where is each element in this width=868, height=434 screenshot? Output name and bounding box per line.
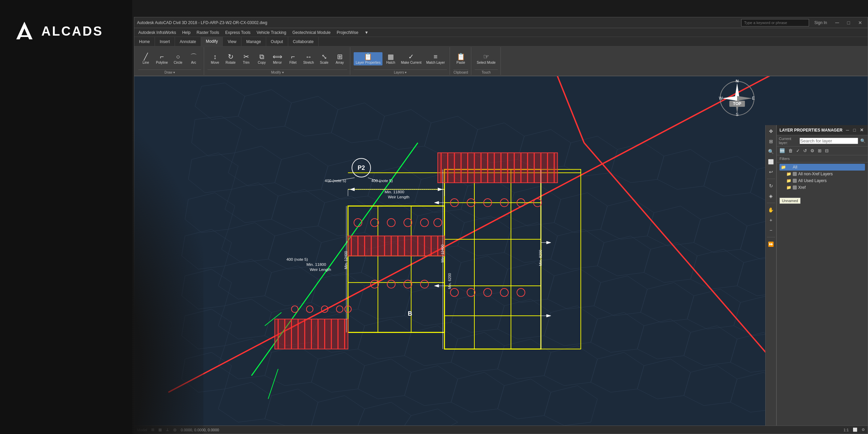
layer-search-input[interactable] [800, 138, 858, 144]
menu-express[interactable]: Express Tools [222, 29, 253, 36]
status-model[interactable]: Model [137, 428, 147, 432]
title-bar: Autodesk AutoCAD Civil 3D 2018 - LFD-ARP… [134, 17, 868, 28]
tool-zoom-realtime[interactable]: 🔍 [766, 147, 776, 156]
layer-panel-minimize[interactable]: ─ [845, 127, 850, 133]
svg-rect-124 [438, 153, 557, 183]
layer-search-button[interactable]: 🔍 [860, 138, 866, 143]
layer-panel-toolbar: 🆕 🗑 ✓ ↺ ⚙ ⊞ ⊟ [777, 146, 868, 155]
fillet-button[interactable]: ⌐Fillet [285, 52, 300, 65]
tab-annotate[interactable]: Annotate [175, 37, 201, 46]
expand-btn[interactable]: ⊞ [816, 147, 823, 154]
trim-button[interactable]: ✂Trim [239, 52, 254, 65]
close-button[interactable]: ✕ [855, 20, 865, 25]
match-layer-button[interactable]: ≡Match Layer [424, 52, 447, 65]
ribbon-group-modify: ↕Move ↻Rotate ✂Trim ⧉Copy ⟺Mirror ⌐Fille… [205, 47, 350, 75]
status-viewport[interactable]: ⬜ [853, 428, 857, 432]
sign-in-label[interactable]: Sign In [812, 20, 830, 25]
menu-vehicle[interactable]: Vehicle Tracking [254, 29, 289, 36]
layer-color-dot-3 [793, 179, 797, 183]
svg-text:B: B [408, 310, 412, 317]
circle-button[interactable]: ○Circle [171, 52, 185, 65]
status-workspace[interactable]: ⚙ [862, 428, 865, 432]
logo: ALCADS [14, 20, 103, 42]
make-current-button[interactable]: ✓Make Current [399, 52, 423, 65]
menu-bar: Autodesk InfraWorks Help Raster Tools Ex… [134, 28, 868, 37]
polyline-button[interactable]: ⌐Polyline [154, 52, 170, 65]
layer-item-xref[interactable]: 📁 Xref [780, 184, 865, 191]
svg-text:Weir Length: Weir Length [310, 267, 331, 272]
arc-button[interactable]: ⌒Arc [186, 52, 201, 65]
delete-layer-btn[interactable]: 🗑 [787, 147, 794, 154]
layer-properties-button[interactable]: 📋Layer Properties [354, 52, 382, 65]
mirror-button[interactable]: ⟺Mirror [270, 52, 285, 65]
compass: N S E W TOP [718, 80, 756, 117]
layer-panel-maximize[interactable]: □ [852, 127, 857, 133]
status-ortho[interactable]: ⊥ [166, 428, 169, 432]
svg-text:Min. 8200: Min. 8200 [538, 250, 542, 266]
touch-group-label: Touch [475, 70, 498, 74]
menu-infraworks[interactable]: Autodesk InfraWorks [136, 29, 179, 36]
refresh-btn[interactable]: ↺ [802, 147, 808, 154]
menu-raster[interactable]: Raster Tools [194, 29, 222, 36]
status-grid[interactable]: ▦ [158, 428, 162, 432]
layer-buttons: 📋Layer Properties ▦Hatch ✓Make Current ≡… [354, 48, 447, 70]
menu-help[interactable]: Help [179, 29, 193, 36]
tab-modify[interactable]: Modify [201, 37, 223, 46]
menu-projectwise[interactable]: ProjectWise [334, 29, 361, 36]
layer-item-non-xref[interactable]: 📁 All non-Xref Layers [780, 171, 865, 177]
tool-zoom-extent[interactable]: ⊞ [766, 137, 776, 146]
tool-zoom-window[interactable]: ⬜ [766, 157, 776, 166]
select-mode-button[interactable]: ☞Select Mode [475, 52, 498, 65]
keyword-search-input[interactable] [741, 19, 809, 26]
status-polar[interactable]: ◎ [173, 428, 177, 432]
tab-collab[interactable]: Collaborate [288, 37, 319, 46]
paste-button[interactable]: 📋Paste [453, 52, 468, 65]
company-name: ALCADS [41, 24, 103, 39]
drawing-canvas[interactable]: P2 400 (note 5) 400 (note 5) Min. 11800 … [134, 76, 868, 426]
svg-text:W: W [719, 96, 723, 101]
tool-pan[interactable]: ✥ [766, 126, 776, 136]
menu-geotechnical[interactable]: Geotechnical Module [290, 29, 333, 36]
layer-panel-title: LAYER PROPERTIES MANAGER [780, 128, 843, 133]
tab-insert[interactable]: Insert [155, 37, 175, 46]
tool-hand[interactable]: ✋ [766, 205, 776, 215]
layer-panel-header-buttons: ─ □ ✕ [845, 127, 865, 133]
tool-orbit[interactable]: ↻ [766, 181, 776, 191]
tool-zoom-minus[interactable]: − [766, 225, 776, 235]
move-button[interactable]: ↕Move [208, 52, 222, 65]
layer-panel-close[interactable]: ✕ [859, 127, 865, 133]
tool-zoom-previous[interactable]: ↩ [766, 167, 776, 177]
menu-expand[interactable]: ▼ [362, 29, 371, 36]
branding-panel: ALCADS [0, 0, 132, 434]
tab-home[interactable]: Home [134, 37, 155, 46]
status-snap[interactable]: ⊞ [151, 428, 154, 432]
line-button[interactable]: ╱Line [138, 52, 153, 65]
separator-2 [767, 203, 775, 203]
new-layer-btn[interactable]: 🆕 [778, 147, 786, 154]
status-annotation-scale[interactable]: 1:1 [844, 428, 849, 432]
settings-btn[interactable]: ⚙ [809, 147, 816, 154]
layer-item-all[interactable]: 📁 All [780, 164, 865, 171]
svg-text:E: E [752, 96, 755, 101]
tab-output[interactable]: Output [266, 37, 288, 46]
svg-text:TOP: TOP [733, 101, 741, 106]
copy-button[interactable]: ⧉Copy [254, 52, 269, 65]
tab-manage[interactable]: Manage [241, 37, 266, 46]
maximize-button[interactable]: □ [845, 20, 853, 25]
set-current-btn[interactable]: ✓ [795, 147, 801, 154]
layer-item-used[interactable]: 📁 All Used Layers [780, 177, 865, 184]
scale-button[interactable]: ⤡Scale [317, 52, 332, 65]
tool-zoom-plus[interactable]: + [766, 215, 776, 225]
tool-show-motion[interactable]: ⏩ [766, 239, 776, 249]
svg-text:Min. 11800: Min. 11800 [384, 190, 405, 194]
clipboard-group-label: Clipboard [453, 70, 468, 74]
array-button[interactable]: ⊞Array [332, 52, 347, 65]
rotate-button[interactable]: ↻Rotate [223, 52, 238, 65]
hatch-button[interactable]: ▦Hatch [383, 52, 398, 65]
stretch-button[interactable]: ↔Stretch [301, 52, 316, 65]
tool-3d-nav[interactable]: ◈ [766, 191, 776, 201]
ribbon-tab-bar: Home Insert Annotate Modify View Manage … [134, 37, 868, 46]
tab-view[interactable]: View [223, 37, 241, 46]
collapse-btn[interactable]: ⊟ [824, 147, 830, 154]
minimize-button[interactable]: ─ [832, 20, 842, 26]
